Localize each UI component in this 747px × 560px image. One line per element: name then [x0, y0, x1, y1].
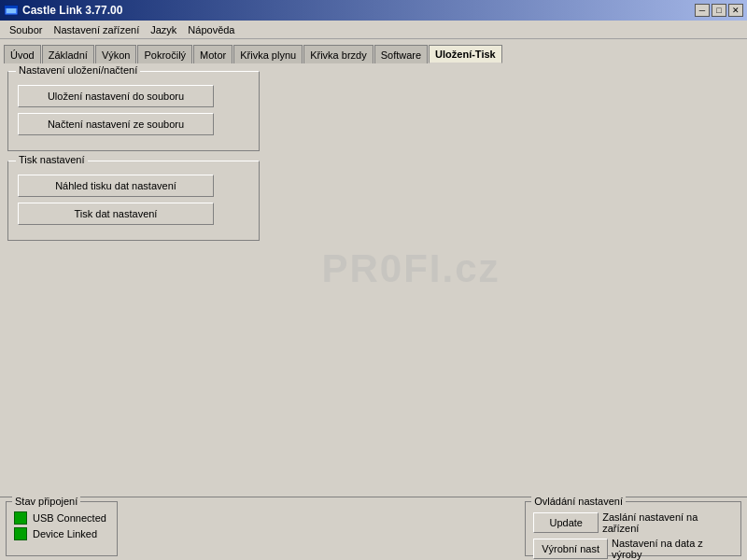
print-group-label: Tisk nastavení	[16, 154, 88, 165]
update-desc: Zaslání nastavení na zařízení	[602, 511, 724, 534]
tab-pokrocily[interactable]: Pokročilý	[137, 45, 192, 63]
tab-vykon[interactable]: Výkon	[95, 45, 137, 63]
print-data-button[interactable]: Tisk dat nastavení	[18, 203, 214, 225]
window-controls: ─ □ ✕	[695, 4, 743, 17]
tab-krivka-brzdy[interactable]: Křivka brzdy	[303, 45, 374, 63]
update-row: Update Zaslání nastavení na zařízení	[533, 511, 733, 534]
minimize-button[interactable]: ─	[695, 4, 710, 17]
tab-uvod[interactable]: Úvod	[4, 45, 41, 63]
tab-software[interactable]: Software	[374, 45, 428, 63]
print-settings-group: Tisk nastavení Náhled tisku dat nastaven…	[7, 161, 260, 241]
menu-nastaveni[interactable]: Nastavení zařízení	[48, 22, 145, 37]
connection-status-group: Stav připojení USB Connected Device Link…	[6, 501, 118, 556]
app-icon	[4, 3, 19, 18]
save-group-label: Nastavení uložení/načtení	[16, 64, 140, 76]
tab-motor[interactable]: Motor	[193, 45, 233, 63]
factory-button[interactable]: Výrobní nast	[533, 539, 608, 559]
factory-row: Výrobní nast Nastavení na data z výroby	[533, 538, 733, 560]
save-settings-group: Nastavení uložení/načtení Uložení nastav…	[7, 71, 260, 151]
print-preview-button[interactable]: Náhled tisku dat nastavení	[18, 175, 214, 197]
factory-desc: Nastavení na data z výroby	[612, 538, 733, 560]
menu-napoveda[interactable]: Nápověda	[182, 22, 240, 37]
status-bar: Stav připojení USB Connected Device Link…	[0, 497, 747, 560]
title-bar: Castle Link 3.77.00 ─ □ ✕	[0, 0, 747, 21]
maximize-button[interactable]: □	[712, 4, 726, 17]
svg-rect-2	[5, 6, 18, 8]
device-led	[14, 527, 27, 540]
load-from-file-button[interactable]: Načtení nastavení ze souboru	[18, 113, 214, 135]
control-settings-group: Ovládání nastavení Update Zaslání nastav…	[525, 501, 741, 556]
usb-led	[14, 511, 27, 525]
tab-krivka-plynu[interactable]: Křivka plynu	[233, 45, 303, 63]
menu-jazyk[interactable]: Jazyk	[145, 22, 182, 37]
tab-bar: Úvod Základní Výkon Pokročilý Motor Křiv…	[0, 39, 747, 63]
save-to-file-button[interactable]: Uložení nastavení do souboru	[18, 85, 214, 107]
app-title: Castle Link 3.77.00	[22, 4, 695, 17]
usb-status-text: USB Connected	[33, 512, 106, 524]
close-button[interactable]: ✕	[728, 4, 743, 17]
connection-label: Stav připojení	[12, 496, 80, 507]
menu-soubor[interactable]: Soubor	[4, 22, 48, 37]
tab-zakladni[interactable]: Základní	[42, 45, 94, 63]
update-button[interactable]: Update	[533, 512, 599, 533]
tab-ulozeni-tisk[interactable]: Uložení-Tisk	[429, 45, 502, 63]
watermark: PR0FI.cz	[321, 246, 500, 291]
device-status-text: Device Linked	[33, 528, 97, 539]
usb-status-row: USB Connected	[14, 511, 109, 525]
control-label: Ovládání nastavení	[531, 496, 626, 507]
device-status-row: Device Linked	[14, 527, 109, 540]
main-content: Nastavení uložení/načtení Uložení nastav…	[0, 63, 747, 474]
menu-bar: Soubor Nastavení zařízení Jazyk Nápověda	[0, 21, 747, 39]
